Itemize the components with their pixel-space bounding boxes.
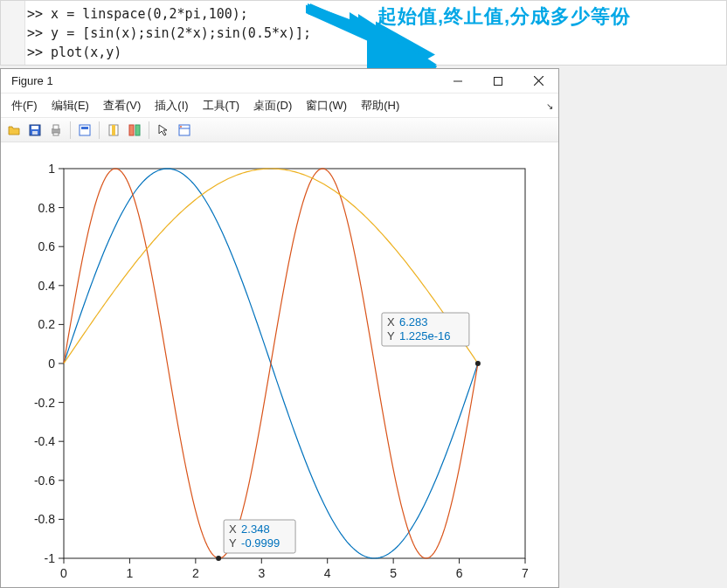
- svg-text:-0.8: -0.8: [34, 512, 55, 526]
- editor-gutter: [1, 1, 25, 65]
- svg-text:-0.2: -0.2: [34, 396, 55, 410]
- datatip-icon[interactable]: [125, 121, 144, 140]
- menu-desktop[interactable]: 桌面(D): [246, 94, 299, 117]
- svg-text:6.283: 6.283: [399, 315, 428, 329]
- svg-text:-1: -1: [45, 551, 56, 565]
- svg-text:1: 1: [48, 162, 55, 176]
- svg-text:-0.9999: -0.9999: [241, 536, 280, 550]
- annotation-text: 起始值,终止值,分成多少等份: [377, 3, 631, 30]
- menu-tools[interactable]: 工具(T): [196, 94, 247, 117]
- svg-text:3: 3: [258, 566, 265, 580]
- menu-insert[interactable]: 插入(I): [148, 94, 195, 117]
- menu-edit[interactable]: 编辑(E): [45, 94, 96, 117]
- titlebar[interactable]: Figure 1: [1, 69, 558, 93]
- code-line: >> plot(x,y): [27, 43, 726, 62]
- svg-rect-13: [53, 133, 59, 135]
- svg-rect-15: [81, 127, 88, 129]
- svg-text:5: 5: [390, 566, 397, 580]
- svg-text:0.2: 0.2: [38, 317, 56, 331]
- svg-point-68: [216, 556, 221, 561]
- svg-text:6: 6: [456, 566, 463, 580]
- svg-text:2: 2: [192, 566, 199, 580]
- svg-rect-19: [135, 125, 140, 135]
- close-button[interactable]: [518, 69, 558, 93]
- figure-window: Figure 1 件(F) 编辑(E) 查看(V) 插入(I) 工具(T) 桌面…: [0, 68, 559, 588]
- svg-rect-18: [129, 125, 134, 135]
- print-icon[interactable]: [46, 121, 66, 140]
- svg-text:Y: Y: [387, 329, 395, 342]
- svg-rect-12: [53, 125, 59, 129]
- inspector-icon[interactable]: [175, 121, 194, 140]
- open-icon[interactable]: [4, 121, 24, 140]
- svg-text:Y: Y: [229, 536, 237, 550]
- menu-view[interactable]: 查看(V): [96, 94, 148, 117]
- svg-text:-0.6: -0.6: [34, 474, 55, 488]
- svg-rect-5: [495, 77, 502, 85]
- svg-text:-0.4: -0.4: [34, 434, 55, 448]
- toolbar-separator: [99, 121, 100, 139]
- menu-overflow-icon[interactable]: ↘: [546, 100, 553, 110]
- save-icon[interactable]: [25, 121, 45, 140]
- toolbar: [1, 118, 558, 142]
- window-title: Figure 1: [11, 74, 53, 87]
- minimize-button[interactable]: [438, 69, 478, 93]
- svg-text:0: 0: [48, 356, 55, 370]
- svg-text:X: X: [387, 315, 395, 329]
- svg-rect-9: [31, 126, 38, 129]
- svg-text:0: 0: [60, 566, 67, 580]
- menu-help[interactable]: 帮助(H): [354, 94, 406, 117]
- menu-file[interactable]: 件(F): [4, 94, 45, 117]
- menu-window[interactable]: 窗口(W): [299, 94, 354, 117]
- svg-point-62: [475, 361, 481, 366]
- maximize-button[interactable]: [478, 69, 518, 93]
- print-preview-icon[interactable]: [75, 121, 94, 140]
- menubar: 件(F) 编辑(E) 查看(V) 插入(I) 工具(T) 桌面(D) 窗口(W)…: [1, 93, 558, 118]
- arrow-icon[interactable]: [154, 121, 173, 140]
- svg-text:0.4: 0.4: [38, 279, 56, 293]
- cursor-mode-icon[interactable]: [104, 121, 123, 140]
- svg-text:1: 1: [127, 566, 134, 580]
- toolbar-separator: [70, 121, 71, 139]
- plot-area[interactable]: -1-0.8-0.6-0.4-0.200.20.40.60.8101234567…: [1, 142, 558, 587]
- svg-text:1.225e-16: 1.225e-16: [399, 329, 451, 342]
- svg-text:4: 4: [324, 566, 331, 580]
- toolbar-separator: [149, 121, 149, 139]
- svg-text:7: 7: [522, 566, 529, 580]
- svg-rect-10: [32, 131, 38, 135]
- svg-text:0.8: 0.8: [38, 201, 56, 215]
- svg-rect-14: [80, 125, 90, 135]
- svg-text:2.348: 2.348: [241, 522, 270, 536]
- svg-rect-23: [64, 169, 525, 558]
- svg-rect-22: [180, 126, 182, 128]
- svg-text:X: X: [229, 522, 237, 536]
- svg-text:0.6: 0.6: [38, 239, 56, 253]
- svg-rect-17: [112, 125, 115, 135]
